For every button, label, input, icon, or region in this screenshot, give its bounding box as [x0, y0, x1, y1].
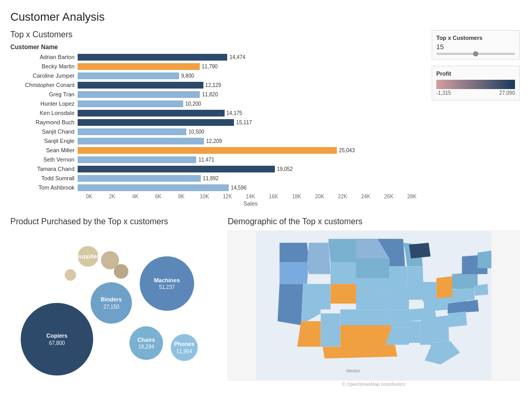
bar-value: 11,471 — [198, 157, 214, 163]
bar-chart-container: Top x Customers Customer Name Adrian Bar… — [10, 30, 423, 207]
customer-name: Raymond Buch — [10, 119, 78, 125]
state-ok — [341, 310, 392, 325]
demographic-title: Demographic of the Top x customers — [228, 217, 520, 226]
bubble-label: Phones — [174, 340, 195, 347]
x-tick: 16K — [262, 194, 285, 199]
profit-min: -1,315 — [436, 90, 451, 96]
customer-name: Adrian Barton — [10, 54, 78, 60]
bar — [78, 82, 203, 89]
x-tick: 20K — [308, 194, 331, 199]
customer-name: Becky Martin — [10, 63, 78, 69]
bar-value: 9,800 — [181, 73, 194, 79]
bar — [78, 63, 200, 70]
state-ne-states — [478, 251, 492, 268]
bar-wrapper: 11,471 — [78, 156, 423, 163]
customer-name: Todd Sumrall — [10, 175, 78, 181]
bar-wrapper: 14,175 — [78, 110, 423, 117]
profit-legend: Profit -1,315 27,090 — [432, 66, 520, 100]
bar-wrapper: 14,596 — [78, 184, 423, 191]
bar — [78, 166, 275, 172]
table-row: Sanjit Engle12,209 — [10, 137, 423, 145]
product-bubble: Binders27,150 — [91, 282, 132, 324]
bar-wrapper: 12,129 — [78, 82, 423, 89]
state-al — [420, 320, 432, 345]
customer-name: Ken Lonsdale — [10, 110, 78, 116]
x-tick: 22K — [331, 194, 355, 199]
bar-value: 14,474 — [229, 54, 245, 60]
bar-wrapper: 10,500 — [78, 128, 423, 135]
product-bubble: Copiers67,800 — [21, 303, 93, 375]
customer-name: Greg Tran — [10, 91, 78, 97]
table-row: Becky Martin11,790 — [10, 62, 423, 70]
state-il — [407, 266, 424, 299]
bar-wrapper: 14,474 — [78, 54, 423, 61]
table-row: Todd Sumrall11,892 — [10, 174, 423, 182]
bar — [78, 119, 234, 126]
customer-name: Sean Miller — [10, 147, 78, 153]
bubble-value: 18,294 — [138, 343, 154, 350]
bar-value: 10,500 — [188, 129, 204, 135]
slider-track[interactable] — [436, 53, 515, 55]
table-row: Raymond Buch15,117 — [10, 118, 423, 126]
x-tick: 26K — [377, 194, 401, 199]
bar-value: 12,209 — [206, 138, 222, 144]
state-nm — [321, 313, 341, 346]
state-ut — [317, 284, 331, 309]
bar-wrapper: 19,052 — [78, 166, 423, 172]
state-ar — [391, 310, 409, 327]
bar-wrapper: 15,117 — [78, 119, 423, 126]
bar-wrapper: 11,892 — [78, 175, 423, 182]
state-ia — [389, 266, 407, 286]
table-row: Ken Lonsdale14,175 — [10, 109, 423, 117]
bar-wrapper: 12,209 — [78, 138, 423, 144]
bar-value: 12,129 — [205, 82, 222, 88]
bubble-label: Chairs — [137, 336, 155, 343]
bar — [78, 110, 225, 117]
profit-range: -1,315 27,090 — [436, 90, 515, 96]
customer-name: Sanjit Chand — [10, 128, 78, 135]
customer-name: Sanjit Engle — [10, 138, 78, 144]
table-row: Sean Miller25,043 — [10, 146, 423, 154]
table-row: Sanjit Chand10,500 — [10, 127, 423, 136]
x-tick: 14K — [239, 194, 262, 199]
x-tick: 18K — [285, 194, 308, 199]
bubble-label: Supplies — [76, 253, 100, 260]
product-section-title: Product Purchased by the Top x customers — [10, 217, 223, 226]
x-tick: 24K — [354, 194, 377, 199]
state-id — [307, 243, 330, 274]
bar — [78, 91, 200, 98]
x-tick: 8K — [170, 194, 193, 199]
x-axis-title: Sales — [78, 200, 423, 207]
bubble-value: 27,150 — [104, 303, 120, 310]
table-row: Caroline Jumper9,800 — [10, 71, 423, 80]
bar-value: 15,117 — [236, 120, 252, 125]
x-tick: 2K — [101, 194, 124, 199]
state-mo — [389, 286, 409, 309]
bubble-chart-container: Product Purchased by the Top x customers… — [10, 217, 223, 387]
product-bubble — [114, 264, 128, 279]
product-bubble: Supplies — [78, 246, 98, 267]
top-section: Top x Customers Customer Name Adrian Bar… — [10, 30, 520, 207]
table-row: Tamara Chand19,052 — [10, 165, 423, 173]
bar — [78, 184, 229, 191]
bar-value: 10,200 — [185, 101, 201, 107]
bar-value: 11,892 — [203, 176, 219, 181]
bar-wrapper: 10,200 — [78, 100, 423, 107]
customer-name: Tamara Chand — [10, 166, 78, 172]
customer-name: Tom Ashbrook — [10, 184, 78, 191]
slider-thumb[interactable] — [473, 51, 478, 56]
x-tick: 12K — [216, 194, 239, 199]
table-row: Greg Tran11,820 — [10, 90, 423, 98]
bubble-value: 67,800 — [49, 340, 65, 346]
bar-value: 11,820 — [202, 92, 218, 97]
state-ca — [277, 284, 303, 325]
slider-value: 15 — [436, 43, 515, 51]
bar-value: 11,790 — [202, 64, 218, 69]
bar-value: 25,043 — [339, 148, 355, 153]
customer-name: Hunter Lopez — [10, 100, 78, 107]
table-row: Adrian Barton14,474 — [10, 53, 423, 61]
customer-name: Christopher Conant — [10, 82, 78, 88]
bubble-label: Copiers — [47, 332, 68, 339]
x-axis: 0K2K4K6K8K10K12K14K16K18K20K22K24K26K28K — [78, 194, 423, 199]
bar — [78, 138, 204, 144]
